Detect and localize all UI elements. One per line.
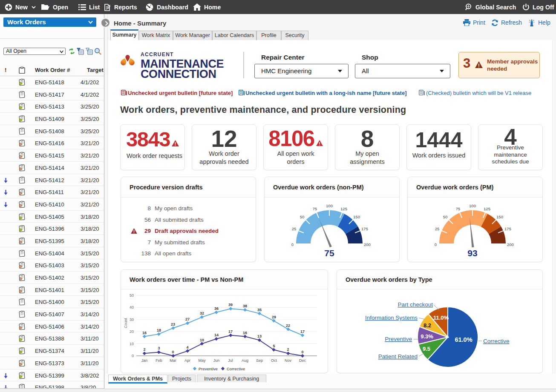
- svg-text:8.2: 8.2: [423, 322, 431, 329]
- svg-text:Information Systems: Information Systems: [365, 315, 418, 321]
- svg-text:150: 150: [353, 215, 360, 219]
- svg-text:50: 50: [300, 215, 305, 219]
- svg-text:11.0%: 11.0%: [433, 315, 449, 321]
- svg-text:10: 10: [130, 342, 134, 346]
- svg-text:Corrective: Corrective: [227, 366, 245, 371]
- svg-text:Jan: Jan: [141, 358, 148, 363]
- svg-text:50: 50: [130, 293, 134, 298]
- svg-text:9.3%: 9.3%: [421, 333, 433, 340]
- svg-text:50: 50: [443, 215, 448, 219]
- svg-text:Dec: Dec: [299, 358, 306, 363]
- svg-text:Preventive: Preventive: [199, 366, 218, 371]
- svg-text:9.5: 9.5: [423, 346, 430, 352]
- svg-text:40: 40: [130, 305, 134, 309]
- svg-text:36: 36: [214, 306, 219, 311]
- svg-text:25: 25: [435, 226, 440, 231]
- svg-text:200: 200: [364, 242, 371, 247]
- svg-text:0: 0: [172, 350, 174, 354]
- svg-text:27: 27: [185, 317, 190, 321]
- svg-text:175: 175: [361, 226, 368, 231]
- svg-text:Preventive: Preventive: [385, 336, 412, 342]
- svg-text:3: 3: [158, 346, 160, 350]
- svg-text:Mar: Mar: [170, 358, 176, 363]
- svg-text:39: 39: [228, 303, 233, 307]
- svg-text:22: 22: [286, 323, 290, 328]
- svg-text:17: 17: [228, 329, 233, 334]
- svg-text:16: 16: [243, 331, 247, 335]
- svg-text:0: 0: [301, 350, 303, 354]
- svg-text:Jul: Jul: [228, 358, 233, 363]
- svg-text:4: 4: [186, 345, 188, 349]
- svg-text:125: 125: [340, 206, 347, 211]
- svg-text:23: 23: [171, 322, 175, 326]
- svg-text:0: 0: [291, 242, 294, 247]
- svg-text:75: 75: [456, 206, 461, 211]
- svg-text:200: 200: [507, 242, 514, 247]
- svg-text:Nov: Nov: [285, 358, 292, 363]
- svg-text:Patient Related: Patient Related: [378, 353, 418, 360]
- svg-text:14: 14: [214, 333, 219, 337]
- svg-text:2: 2: [287, 347, 289, 352]
- svg-text:17: 17: [300, 329, 305, 334]
- svg-text:32: 32: [200, 311, 204, 315]
- svg-text:30: 30: [130, 318, 134, 322]
- svg-text:125: 125: [484, 206, 490, 211]
- svg-text:18: 18: [157, 328, 161, 332]
- svg-text:Part checkout: Part checkout: [398, 301, 433, 308]
- svg-text:Feb: Feb: [156, 358, 162, 363]
- svg-text:175: 175: [504, 226, 511, 231]
- svg-text:Sep: Sep: [256, 358, 263, 363]
- svg-text:16: 16: [142, 331, 147, 335]
- svg-text:93: 93: [467, 248, 477, 258]
- svg-text:Oct: Oct: [271, 358, 277, 363]
- svg-text:61.0%: 61.0%: [455, 336, 472, 343]
- svg-text:0: 0: [435, 242, 437, 247]
- svg-text:38: 38: [243, 304, 247, 308]
- svg-text:Aug: Aug: [242, 358, 248, 363]
- svg-text:35: 35: [257, 308, 262, 312]
- svg-text:25: 25: [292, 226, 297, 231]
- svg-text:Jun: Jun: [213, 358, 220, 363]
- svg-text:150: 150: [496, 215, 503, 219]
- svg-text:100: 100: [326, 203, 333, 208]
- svg-text:13: 13: [257, 334, 262, 338]
- svg-text:100: 100: [469, 203, 476, 208]
- svg-text:29: 29: [272, 315, 276, 319]
- svg-text:20: 20: [130, 329, 134, 334]
- svg-text:May: May: [198, 358, 206, 363]
- svg-text:Apr: Apr: [184, 358, 190, 363]
- svg-text:Corrective: Corrective: [483, 338, 510, 344]
- svg-text:Count: Count: [124, 318, 128, 329]
- svg-text:75: 75: [313, 206, 317, 211]
- svg-text:2: 2: [143, 347, 145, 352]
- svg-text:5: 5: [273, 344, 275, 348]
- svg-text:0: 0: [132, 354, 134, 358]
- svg-text:75: 75: [324, 248, 334, 258]
- svg-text:10: 10: [200, 338, 204, 342]
